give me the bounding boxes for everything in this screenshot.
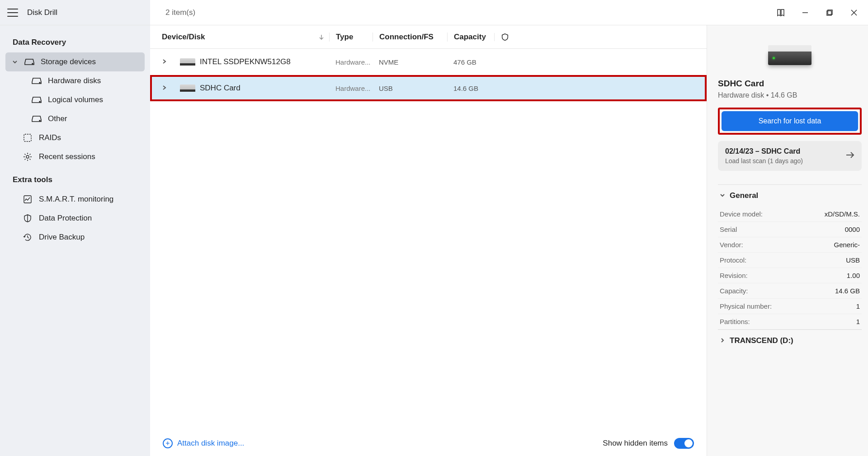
window-controls — [770, 4, 868, 22]
drive-icon — [32, 95, 42, 105]
menu-icon[interactable] — [7, 9, 18, 17]
device-name: SDHC Card — [200, 84, 241, 93]
drive-image — [768, 45, 811, 65]
device-connection: NVME — [373, 58, 447, 66]
device-type: Hardware... — [329, 85, 373, 92]
chevron-right-icon[interactable] — [162, 84, 167, 92]
titlebar: Disk Drill 2 item(s) — [0, 0, 868, 25]
sidebar-item-drive-backup[interactable]: Drive Backup — [5, 228, 145, 247]
sidebar-item-raids[interactable]: RAIDs — [5, 128, 145, 147]
chevron-right-icon[interactable] — [162, 58, 167, 66]
device-capacity: 14.6 GB — [447, 85, 494, 92]
partition-section-header[interactable]: TRANSCEND (D:) — [718, 329, 862, 352]
property-row: Serial0000 — [718, 222, 862, 237]
disk-icon — [180, 85, 195, 92]
show-hidden-toggle-wrap: Show hidden items — [603, 438, 694, 449]
device-row-sdhc[interactable]: SDHC Card Hardware... USB 14.6 GB — [150, 75, 707, 101]
col-capacity[interactable]: Capacity — [447, 33, 494, 42]
property-row: Device model:xD/SD/M.S. — [718, 207, 862, 222]
sidebar-item-label: Hardware disks — [48, 76, 101, 85]
show-hidden-toggle[interactable] — [674, 438, 694, 449]
bookmark-icon[interactable] — [770, 4, 791, 22]
property-row: Vendor:Generic- — [718, 237, 862, 253]
sidebar-item-data-protection[interactable]: Data Protection — [5, 209, 145, 228]
properties-list: Device model:xD/SD/M.S.Serial0000Vendor:… — [718, 207, 862, 329]
property-key: Device model: — [720, 210, 763, 218]
property-key: Revision: — [720, 272, 748, 279]
svg-point-3 — [39, 82, 40, 83]
property-row: Revision:1.00 — [718, 268, 862, 283]
sidebar-item-logical-volumes[interactable]: Logical volumes — [5, 90, 145, 109]
col-device[interactable]: Device/Disk — [162, 33, 329, 42]
section-data-recovery: Data Recovery — [5, 34, 145, 52]
sidebar-item-label: Drive Backup — [39, 233, 85, 242]
device-capacity: 476 GB — [447, 58, 494, 66]
property-key: Serial — [720, 226, 737, 233]
last-scan-subtitle: Load last scan (1 days ago) — [725, 157, 803, 165]
sidebar-item-label: Data Protection — [39, 214, 92, 223]
property-key: Physical number: — [720, 302, 772, 310]
attach-disk-image-button[interactable]: + Attach disk image... — [163, 438, 244, 448]
general-section-header[interactable]: General — [718, 184, 862, 207]
sidebar-item-smart[interactable]: S.M.A.R.T. monitoring — [5, 190, 145, 209]
col-protection[interactable] — [494, 33, 509, 41]
property-key: Partitions: — [720, 318, 750, 325]
property-row: Physical number:1 — [718, 299, 862, 314]
svg-point-5 — [39, 120, 40, 121]
svg-point-2 — [32, 63, 33, 64]
sidebar-item-hardware-disks[interactable]: Hardware disks — [5, 71, 145, 90]
sidebar-item-other[interactable]: Other — [5, 109, 145, 128]
shield-icon — [501, 33, 509, 41]
titlebar-mid: 2 item(s) — [150, 8, 770, 17]
table-header: Device/Disk Type Connection/FS Capacity — [150, 25, 707, 49]
property-value: 14.6 GB — [835, 287, 860, 295]
sidebar-item-storage-devices[interactable]: Storage devices — [5, 52, 145, 71]
property-value: 1 — [856, 318, 860, 325]
property-value: xD/SD/M.S. — [825, 210, 860, 218]
property-row: Capacity:14.6 GB — [718, 283, 862, 299]
chevron-down-icon — [720, 191, 725, 200]
show-hidden-label: Show hidden items — [603, 439, 668, 448]
col-type[interactable]: Type — [329, 33, 373, 42]
chart-icon — [23, 194, 33, 204]
section-extra-tools: Extra tools — [5, 172, 145, 190]
property-value: 1.00 — [847, 272, 860, 279]
sidebar-item-label: Recent sessions — [39, 152, 95, 161]
sidebar-item-label: Other — [48, 114, 67, 123]
sidebar-item-label: Logical volumes — [48, 95, 103, 104]
drive-icon — [24, 57, 34, 67]
svg-point-7 — [26, 155, 29, 158]
device-row-intel[interactable]: INTEL SSDPEKNW512G8 Hardware... NVME 476… — [150, 49, 707, 75]
property-value: 0000 — [845, 226, 860, 233]
chevron-down-icon — [12, 59, 18, 65]
device-connection: USB — [373, 85, 447, 92]
property-row: Protocol:USB — [718, 253, 862, 268]
svg-rect-6 — [24, 134, 31, 141]
center-footer: + Attach disk image... Show hidden items — [150, 431, 707, 456]
property-key: Protocol: — [720, 256, 746, 264]
details-panel: SDHC Card Hardware disk • 14.6 GB Search… — [707, 25, 868, 456]
plus-circle-icon: + — [163, 438, 173, 448]
search-button-highlight: Search for lost data — [718, 108, 862, 135]
details-title: SDHC Card — [718, 79, 862, 89]
col-connection[interactable]: Connection/FS — [373, 33, 447, 42]
close-button[interactable] — [844, 4, 864, 22]
last-scan-card[interactable]: 02/14/23 – SDHC Card Load last scan (1 d… — [718, 141, 862, 171]
device-list-panel: Device/Disk Type Connection/FS Capacity … — [150, 25, 707, 456]
device-name: INTEL SSDPEKNW512G8 — [200, 57, 291, 66]
gear-icon — [23, 152, 33, 162]
search-for-lost-data-button[interactable]: Search for lost data — [722, 111, 858, 131]
sort-down-icon — [318, 34, 325, 40]
minimize-button[interactable] — [795, 4, 816, 22]
app-title: Disk Drill — [27, 8, 57, 17]
maximize-button[interactable] — [819, 4, 840, 22]
details-subtitle: Hardware disk • 14.6 GB — [718, 91, 862, 99]
raid-icon — [23, 133, 33, 143]
history-icon — [23, 232, 33, 242]
arrow-right-icon — [845, 151, 854, 160]
svg-rect-8 — [24, 196, 31, 203]
property-value: 1 — [856, 302, 860, 310]
sidebar-item-recent-sessions[interactable]: Recent sessions — [5, 147, 145, 166]
shield-icon — [23, 213, 33, 223]
chevron-right-icon — [720, 336, 725, 345]
